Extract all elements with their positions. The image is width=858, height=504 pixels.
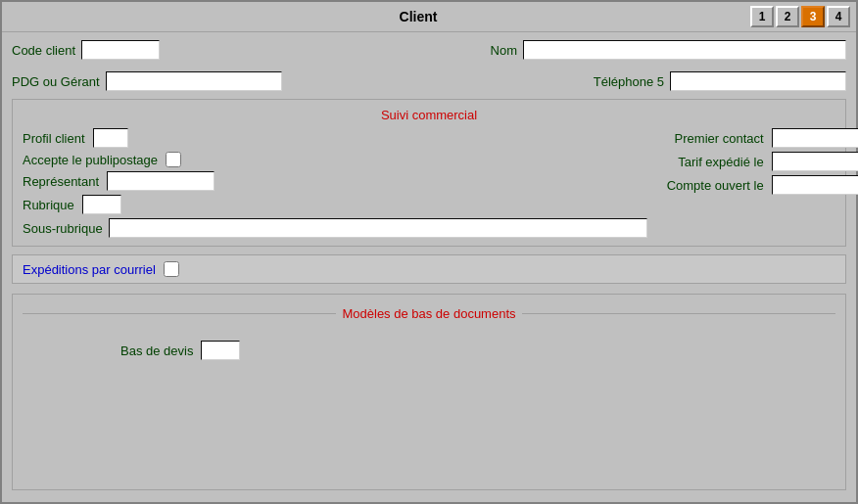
profil-input[interactable] [93, 128, 128, 148]
suivi-right: Premier contact Tarif expédié le Compte … [667, 128, 858, 238]
rubrique-label: Rubrique [23, 198, 74, 212]
bas-devis-input[interactable] [201, 341, 240, 360]
separator-line-left [23, 313, 336, 314]
models-separator: Modèles de bas de documents [23, 306, 835, 321]
telephone-label: Téléphone 5 [594, 74, 664, 89]
representant-label: Représentant [23, 174, 99, 189]
publipostage-checkbox[interactable] [166, 152, 181, 167]
suivi-columns: Profil client Accepte le publipostage Re… [23, 128, 835, 238]
premier-contact-label: Premier contact [675, 131, 764, 146]
premier-contact-row: Premier contact [667, 128, 858, 148]
suivi-header: Suivi commercial [23, 108, 835, 122]
representant-row: Représentant [23, 171, 647, 191]
tab-3[interactable]: 3 [801, 6, 825, 27]
tab-1[interactable]: 1 [750, 6, 774, 27]
telephone-input[interactable] [670, 71, 846, 91]
nom-input[interactable] [523, 40, 846, 60]
tarif-row: Tarif expédié le [667, 152, 858, 171]
premier-contact-input[interactable] [772, 128, 858, 148]
models-label: Modèles de bas de documents [342, 306, 515, 321]
rubrique-input[interactable] [82, 195, 121, 214]
publipostage-label: Accepte le publipostage [23, 153, 158, 167]
form-content: Code client Nom PDG ou Gérant Téléphone … [2, 32, 856, 502]
code-client-label: Code client [12, 43, 75, 58]
sous-rubrique-input[interactable] [109, 218, 647, 238]
expeditions-section: Expéditions par courriel [12, 254, 846, 284]
pdg-group: PDG ou Gérant [12, 71, 282, 91]
pdg-label: PDG ou Gérant [12, 74, 100, 89]
compte-label: Compte ouvert le [667, 178, 764, 193]
code-client-input[interactable] [81, 40, 160, 60]
tarif-label: Tarif expédié le [678, 155, 763, 169]
expeditions-checkbox[interactable] [164, 261, 179, 277]
expeditions-label: Expéditions par courriel [23, 262, 156, 277]
bas-devis-row: Bas de devis [23, 341, 835, 360]
sous-rubrique-row: Sous-rubrique [23, 218, 647, 238]
tab-buttons: 1 2 3 4 [750, 6, 850, 27]
suivi-section: Suivi commercial Profil client Accepte l… [12, 99, 846, 247]
window-title: Client [86, 9, 750, 24]
main-window: Client 1 2 3 4 Code client Nom PDG ou Gé… [0, 0, 858, 504]
rubrique-row: Rubrique [23, 195, 647, 214]
sous-rubrique-label: Sous-rubrique [23, 221, 103, 236]
tab-4[interactable]: 4 [827, 6, 850, 27]
compte-row: Compte ouvert le [667, 175, 858, 195]
models-section: Modèles de bas de documents Bas de devis [12, 294, 846, 490]
separator-line-right [522, 313, 835, 314]
row-code-nom: Code client Nom [12, 40, 846, 60]
row-pdg-tel: PDG ou Gérant Téléphone 5 [12, 71, 846, 91]
representant-input[interactable] [107, 171, 214, 191]
title-bar: Client 1 2 3 4 [2, 2, 856, 32]
tab-2[interactable]: 2 [776, 6, 799, 27]
compte-input[interactable] [772, 175, 858, 195]
profil-row: Profil client [23, 128, 647, 148]
suivi-label: Suivi commercial [381, 108, 477, 122]
code-client-group: Code client [12, 40, 160, 60]
nom-label: Nom [491, 43, 517, 58]
telephone-group: Téléphone 5 [594, 71, 846, 91]
tarif-input[interactable] [772, 152, 858, 171]
profil-label: Profil client [23, 131, 85, 146]
publipostage-row: Accepte le publipostage [23, 152, 647, 167]
suivi-left: Profil client Accepte le publipostage Re… [23, 128, 647, 238]
nom-group: Nom [491, 40, 846, 60]
pdg-input[interactable] [106, 71, 282, 91]
bas-devis-label: Bas de devis [120, 344, 193, 358]
